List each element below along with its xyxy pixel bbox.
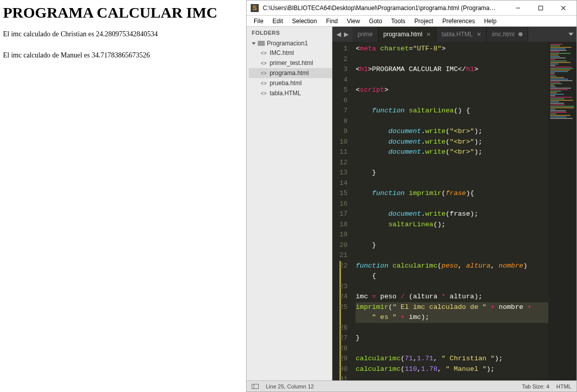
editor-tab[interactable]: imc.html <box>487 27 528 42</box>
svg-rect-1 <box>539 6 543 10</box>
tab-history-fwd-icon[interactable]: ▶ <box>343 30 350 39</box>
panel-toggle-icon[interactable] <box>252 384 259 389</box>
file-label: tabla.HTML <box>270 90 301 97</box>
window-maximize-button[interactable] <box>529 1 552 16</box>
tree-folder-root[interactable]: Programacion1 <box>249 39 332 48</box>
sublime-window: S C:\Users\BIBLIOTECA64\Desktop\Manuel\P… <box>246 0 577 392</box>
html-file-icon: <> <box>261 50 267 56</box>
status-cursor[interactable]: Line 25, Column 12 <box>266 383 314 389</box>
tab-bar: ◀ ▶ primeprograma.html✕tabla.HTML✕imc.ht… <box>332 27 576 42</box>
tab-label: tabla.HTML <box>441 31 473 38</box>
tree-file[interactable]: <>programa.html <box>249 68 332 78</box>
browser-output-pane: PROGRAMA CALCULAR IMC El imc calculado d… <box>0 0 246 392</box>
output-line-1: El imc calculado de Christian es 24.2809… <box>3 30 243 38</box>
tree-file[interactable]: <>IMC.html <box>249 48 332 58</box>
folder-icon <box>258 41 265 46</box>
menu-item-edit[interactable]: Edit <box>268 17 287 26</box>
menu-item-selection[interactable]: Selection <box>288 17 321 26</box>
html-file-icon: <> <box>261 91 267 96</box>
menu-item-view[interactable]: View <box>343 17 364 26</box>
code-editor[interactable]: 1234567891011121314151617181920212223242… <box>332 42 576 380</box>
close-icon[interactable]: ✕ <box>426 31 431 38</box>
code-content[interactable]: <meta charset="UTF-8"><h1>PROGRAMA CALCU… <box>353 42 548 380</box>
tree-file[interactable]: <>primer_test.html <box>249 58 332 68</box>
window-close-button[interactable] <box>552 1 574 16</box>
file-label: primer_test.html <box>270 59 313 67</box>
tree-file[interactable]: <>prueba.html <box>249 78 332 88</box>
sublime-app-icon: S <box>251 4 259 12</box>
chevron-down-icon <box>252 42 256 45</box>
folder-tree: Programacion1 <>IMC.html<>primer_test.ht… <box>247 39 332 98</box>
output-line-2: El imc calculado de Manuel es 34.7178386… <box>3 51 243 59</box>
menu-bar: FileEditSelectionFindViewGotoToolsProjec… <box>247 16 576 27</box>
status-bar: Line 25, Column 12 Tab Size: 4 HTML <box>247 380 576 391</box>
tab-nav-arrows: ◀ ▶ <box>332 30 353 39</box>
editor-tab[interactable]: prime <box>353 27 378 42</box>
menu-item-tools[interactable]: Tools <box>387 17 410 26</box>
tab-label: imc.html <box>492 31 514 38</box>
window-title: C:\Users\BIBLIOTECA64\Desktop\Manuel\Pro… <box>263 5 506 12</box>
html-file-icon: <> <box>261 81 267 86</box>
status-tab-size[interactable]: Tab Size: 4 <box>522 383 549 389</box>
tree-file[interactable]: <>tabla.HTML <box>249 88 332 98</box>
file-label: programa.html <box>270 70 309 77</box>
file-label: prueba.html <box>270 80 302 87</box>
menu-item-find[interactable]: Find <box>322 17 341 26</box>
file-label: IMC.html <box>270 49 294 56</box>
menu-item-project[interactable]: Project <box>411 17 437 26</box>
minimap[interactable] <box>548 42 576 380</box>
tab-label: programa.html <box>383 31 422 38</box>
line-number-gutter: 1234567891011121314151617181920212223242… <box>332 42 353 380</box>
editor-tab[interactable]: programa.html✕ <box>378 27 436 42</box>
menu-item-help[interactable]: Help <box>480 17 501 26</box>
editor-tab[interactable]: tabla.HTML✕ <box>436 27 487 42</box>
menu-item-goto[interactable]: Goto <box>365 17 386 26</box>
window-minimize-button[interactable] <box>506 1 529 16</box>
sidebar-folders-header: FOLDERS <box>247 27 332 39</box>
html-file-icon: <> <box>261 60 267 66</box>
page-title: PROGRAMA CALCULAR IMC <box>3 4 243 21</box>
tab-overflow-icon[interactable] <box>568 33 573 36</box>
close-icon[interactable]: ✕ <box>477 31 481 38</box>
editor-main: ◀ ▶ primeprograma.html✕tabla.HTML✕imc.ht… <box>332 27 576 380</box>
status-syntax[interactable]: HTML <box>556 383 571 389</box>
window-controls <box>506 1 574 16</box>
folder-label: Programacion1 <box>267 40 308 47</box>
menu-item-file[interactable]: File <box>250 17 267 26</box>
window-titlebar[interactable]: S C:\Users\BIBLIOTECA64\Desktop\Manuel\P… <box>247 1 576 16</box>
sidebar: FOLDERS Programacion1 <>IMC.html<>primer… <box>247 27 332 380</box>
menu-item-preferences[interactable]: Preferences <box>438 17 479 26</box>
html-file-icon: <> <box>261 71 267 76</box>
tab-label: prime <box>358 31 373 38</box>
tab-history-back-icon[interactable]: ◀ <box>335 30 342 39</box>
dirty-indicator-icon <box>518 32 523 36</box>
